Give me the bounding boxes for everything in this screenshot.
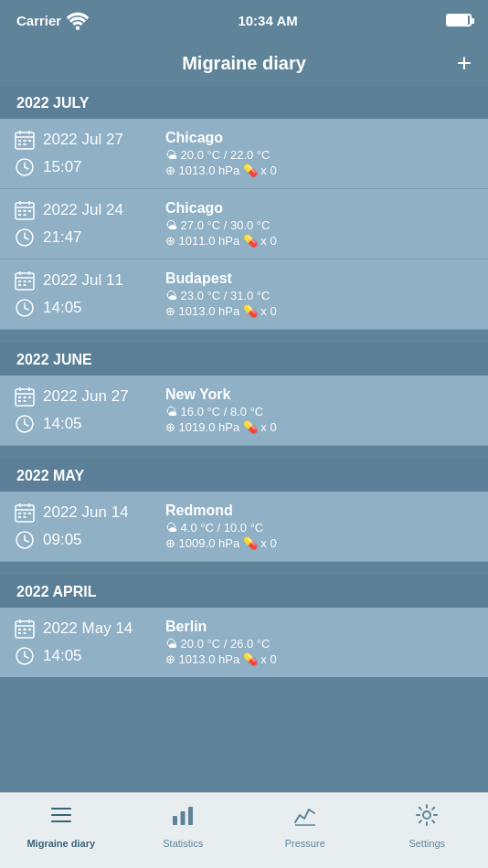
clock-icon xyxy=(13,226,37,249)
entry-datetime: 2022 Jul 11 14:05 xyxy=(13,269,154,320)
gear-icon xyxy=(414,802,440,834)
entry-datetime: 2022 Jul 24 21:47 xyxy=(13,198,154,249)
entry-date: 2022 Jun 14 xyxy=(43,503,129,522)
svg-rect-76 xyxy=(173,816,177,825)
add-entry-button[interactable]: + xyxy=(457,48,472,78)
month-header-april: 2022 APRIL xyxy=(0,575,488,608)
entry-date: 2022 Jul 27 xyxy=(43,131,123,149)
entry-temp: 🌤 4.0 °C / 10.0 °C xyxy=(165,521,475,535)
month-spacer xyxy=(0,562,488,575)
entry-row[interactable]: 2022 Jun 14 09:05 Redmond 🌤 4.0 °C / 10.… xyxy=(0,492,488,562)
entry-temp: 🌤 20.0 °C / 26.0 °C xyxy=(165,637,475,651)
svg-rect-77 xyxy=(181,811,186,825)
svg-rect-8 xyxy=(18,143,21,145)
entry-details: ⊕ 1011.0 hPa 💊 x 0 xyxy=(165,234,475,248)
svg-line-12 xyxy=(25,167,28,169)
svg-rect-5 xyxy=(18,140,21,142)
svg-rect-17 xyxy=(18,210,21,212)
month-header-may: 2022 MAY xyxy=(0,459,488,492)
svg-rect-6 xyxy=(24,140,27,142)
entry-details: ⊕ 1013.0 hPa 💊 x 0 xyxy=(165,164,475,177)
tab-statistics[interactable]: Statistics xyxy=(122,802,245,849)
svg-rect-57 xyxy=(24,516,27,518)
status-bar: Carrier 10:34 AM xyxy=(0,0,488,40)
svg-point-80 xyxy=(423,811,430,819)
svg-rect-18 xyxy=(24,210,27,212)
battery-area xyxy=(446,14,472,26)
svg-rect-66 xyxy=(24,629,27,630)
svg-rect-68 xyxy=(18,632,21,634)
entry-weather: Berlin 🌤 20.0 °C / 26.0 °C ⊕ 1013.0 hPa … xyxy=(165,619,475,666)
entry-date: 2022 Jun 27 xyxy=(43,387,129,406)
wifi-icon xyxy=(66,8,90,32)
svg-rect-69 xyxy=(24,632,27,634)
list-icon xyxy=(48,802,74,834)
svg-line-48 xyxy=(25,424,28,426)
entry-time: 15:07 xyxy=(43,158,82,176)
clock-icon xyxy=(13,412,37,436)
svg-line-24 xyxy=(25,238,28,239)
entry-weather: Redmond 🌤 4.0 °C / 10.0 °C ⊕ 1009.0 hPa … xyxy=(165,503,475,550)
svg-rect-31 xyxy=(28,281,31,282)
entry-row[interactable]: 2022 Jul 24 21:47 Chicago 🌤 27.0 °C / 30… xyxy=(0,189,488,259)
entry-datetime: 2022 Jul 27 15:07 xyxy=(13,128,154,179)
entry-row[interactable]: 2022 Jul 11 14:05 Budapest 🌤 23.0 °C / 3… xyxy=(0,259,488,330)
svg-rect-45 xyxy=(24,400,27,402)
header-title: Migraine diary xyxy=(182,53,306,74)
entry-row[interactable]: 2022 Jul 27 15:07 Chicago 🌤 20.0 °C / 22… xyxy=(0,119,488,189)
tab-settings[interactable]: Settings xyxy=(366,802,489,849)
calendar-icon xyxy=(13,617,37,640)
battery-icon xyxy=(446,14,472,26)
entry-date: 2022 Jul 24 xyxy=(43,201,123,219)
svg-rect-54 xyxy=(24,513,27,514)
svg-rect-67 xyxy=(28,629,31,630)
tab-pressure-label: Pressure xyxy=(285,838,325,849)
svg-rect-33 xyxy=(24,284,27,286)
calendar-icon xyxy=(13,128,37,152)
entry-row[interactable]: 2022 Jun 27 14:05 New York 🌤 16.0 °C / 8… xyxy=(0,376,488,446)
calendar-icon xyxy=(13,269,37,292)
tab-pressure[interactable]: Pressure xyxy=(244,802,366,849)
svg-rect-21 xyxy=(24,214,27,216)
entry-city: Berlin xyxy=(165,619,475,635)
svg-point-0 xyxy=(76,26,80,30)
entry-city: New York xyxy=(165,386,475,403)
month-spacer xyxy=(0,446,488,459)
month-header-july: 2022 JULY xyxy=(0,86,488,119)
entry-time: 21:47 xyxy=(43,228,82,247)
svg-rect-30 xyxy=(24,281,27,282)
month-spacer xyxy=(0,330,488,343)
svg-rect-7 xyxy=(28,140,31,142)
calendar-icon xyxy=(13,501,37,524)
entry-time: 14:05 xyxy=(43,415,82,433)
svg-rect-55 xyxy=(28,513,31,514)
bar-chart-icon xyxy=(170,802,196,834)
svg-line-36 xyxy=(25,308,28,310)
entry-city: Redmond xyxy=(165,503,475,519)
entry-details: ⊕ 1013.0 hPa 💊 x 0 xyxy=(165,652,475,666)
carrier-wifi: Carrier xyxy=(16,8,90,32)
svg-rect-44 xyxy=(18,400,21,402)
svg-rect-20 xyxy=(18,214,21,216)
entry-row[interactable]: 2022 May 14 14:05 Berlin 🌤 20.0 °C / 26.… xyxy=(0,608,488,677)
entry-details: ⊕ 1013.0 hPa 💊 x 0 xyxy=(165,304,475,318)
entry-date: 2022 May 14 xyxy=(43,619,133,638)
svg-rect-65 xyxy=(18,629,21,630)
line-chart-icon xyxy=(292,802,318,834)
clock-icon xyxy=(13,155,37,179)
entry-details: ⊕ 1019.0 hPa 💊 x 0 xyxy=(165,420,475,434)
month-header-june: 2022 JUNE xyxy=(0,343,488,376)
entry-weather: Budapest 🌤 23.0 °C / 31.0 °C ⊕ 1013.0 hP… xyxy=(165,270,475,318)
entry-time: 14:05 xyxy=(43,647,82,665)
entry-temp: 🌤 20.0 °C / 22.0 °C xyxy=(165,148,475,162)
entry-temp: 🌤 27.0 °C / 30.0 °C xyxy=(165,218,475,232)
entry-datetime: 2022 Jun 27 14:05 xyxy=(13,385,154,436)
entries-scroll-area: 2022 JULY 2022 J xyxy=(0,86,488,792)
svg-rect-53 xyxy=(18,513,21,514)
entry-city: Chicago xyxy=(165,200,475,217)
tab-diary[interactable]: Migraine diary xyxy=(0,802,122,849)
calendar-icon xyxy=(13,385,37,408)
time-label: 10:34 AM xyxy=(238,13,297,28)
entry-details: ⊕ 1009.0 hPa 💊 x 0 xyxy=(165,536,475,550)
svg-rect-32 xyxy=(18,284,21,286)
